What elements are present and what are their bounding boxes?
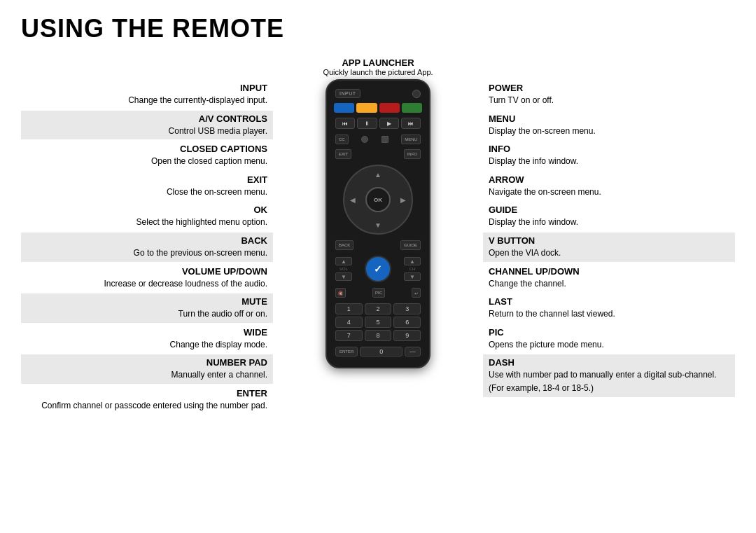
app-button-1[interactable] <box>334 103 354 113</box>
label-enter: ENTER Confirm channel or passcode entere… <box>21 385 273 415</box>
channel-down-button[interactable]: ▼ <box>404 272 421 281</box>
label-menu: MENU Display the on-screen menu. <box>483 111 735 140</box>
label-closed-captions: CLOSED CAPTIONS Open the closed caption … <box>21 141 273 170</box>
volume-cluster: ▲ VOL ▼ <box>335 257 352 281</box>
num-1[interactable]: 1 <box>335 303 363 314</box>
dpad-down[interactable]: ▼ <box>371 218 385 232</box>
label-info: INFO Display the info window. <box>483 141 735 170</box>
pic-button[interactable]: PIC <box>372 288 385 298</box>
num-8[interactable]: 8 <box>365 330 392 341</box>
back-button[interactable]: BACK <box>335 240 354 250</box>
num-4[interactable]: 4 <box>335 317 363 328</box>
enter-row: ENTER 0 — <box>332 346 424 357</box>
num-7[interactable]: 7 <box>335 330 363 341</box>
label-arrow: ARROW Navigate the on-screen menu. <box>483 172 735 201</box>
exit-row: EXIT INFO <box>332 148 424 160</box>
label-channel: CHANNEL UP/DOWN Change the channel. <box>483 263 735 293</box>
last-button[interactable]: ↩ <box>412 288 421 298</box>
num-0[interactable]: 0 <box>360 347 402 357</box>
vol-row: ▲ VOL ▼ ✓ ▲ CH ▼ <box>332 254 424 284</box>
label-number-pad: NUMBER PAD Manually enter a channel. <box>21 354 273 384</box>
channel-cluster: ▲ CH ▼ <box>404 257 421 281</box>
guide-button[interactable]: GUIDE <box>400 240 421 250</box>
remote-top-bar: INPUT <box>332 88 424 99</box>
label-back: BACK Go to the previous on-screen menu. <box>21 233 273 262</box>
label-pic: PIC Opens the picture mode menu. <box>483 324 735 354</box>
mute-row: 🔇 PIC ↩ <box>332 287 424 298</box>
volume-down-button[interactable]: ▼ <box>335 272 352 281</box>
fast-forward-button[interactable]: ⏭ <box>401 118 421 129</box>
num-2[interactable]: 2 <box>365 303 392 314</box>
num-5[interactable]: 5 <box>365 317 392 328</box>
ch-label: CH <box>404 267 421 271</box>
label-v-button: V BUTTON Open the VIA dock. <box>483 233 735 262</box>
input-button[interactable]: INPUT <box>335 89 360 98</box>
menu-button[interactable]: MENU <box>401 134 421 144</box>
remote-body: INPUT ⏮ ⏸ ▶ ⏭ CC MENU <box>326 79 430 368</box>
label-last: LAST Return to the channel last viewed. <box>483 293 735 323</box>
dpad: ▲ ▼ ◀ ▶ OK <box>343 165 413 235</box>
num-3[interactable]: 3 <box>393 303 421 314</box>
vol-label: VOL <box>335 267 352 271</box>
dpad-up[interactable]: ▲ <box>371 167 385 181</box>
back-row: BACK GUIDE <box>332 240 424 251</box>
stop-button[interactable] <box>382 136 388 143</box>
power-button[interactable] <box>412 90 421 98</box>
dpad-right[interactable]: ▶ <box>396 193 410 207</box>
cc-button[interactable]: CC <box>335 134 349 144</box>
label-input: INPUT Change the currently-displayed inp… <box>21 80 273 109</box>
num-6[interactable]: 6 <box>393 317 421 328</box>
ok-button[interactable]: OK <box>365 187 391 212</box>
v-button[interactable]: ✓ <box>365 256 391 282</box>
dpad-left[interactable]: ◀ <box>346 193 360 207</box>
app-launcher-label: APP LAUNCHER Quickly launch the pictured… <box>323 57 433 76</box>
center-column: APP LAUNCHER Quickly launch the pictured… <box>308 57 448 368</box>
media-controls-row: ⏮ ⏸ ▶ ⏭ <box>332 116 424 130</box>
info-button[interactable]: INFO <box>404 149 421 159</box>
number-pad: 1 2 3 4 5 6 7 8 9 <box>332 302 424 342</box>
num-9[interactable]: 9 <box>393 330 421 341</box>
rewind-button[interactable]: ⏮ <box>335 118 355 129</box>
main-layout: INPUT Change the currently-displayed inp… <box>21 57 735 416</box>
volume-up-button[interactable]: ▲ <box>335 257 352 265</box>
dash-button[interactable]: — <box>405 347 421 357</box>
app-button-3[interactable] <box>379 103 400 113</box>
app-button-2[interactable] <box>356 103 377 113</box>
app-launcher-row <box>332 103 424 113</box>
right-column: POWER Turn TV on or off. MENU Display th… <box>483 57 735 399</box>
dot-button[interactable] <box>361 136 368 143</box>
cc-row: CC MENU <box>332 134 424 145</box>
play-button[interactable]: ▶ <box>379 118 399 129</box>
pause-button[interactable]: ⏸ <box>357 118 377 129</box>
label-volume: VOLUME UP/DOWN Increase or decrease loud… <box>21 263 273 293</box>
label-dash: DASH Use with number pad to manually ent… <box>483 354 735 396</box>
label-mute: MUTE Turn the audio off or on. <box>21 293 273 323</box>
app-button-4[interactable] <box>402 103 422 113</box>
page-title: USING THE REMOTE <box>21 14 735 43</box>
enter-button[interactable]: ENTER <box>335 347 358 357</box>
label-power: POWER Turn TV on or off. <box>483 80 735 109</box>
label-av-controls: A/V CONTROLS Control USB media player. <box>21 111 273 140</box>
label-ok: OK Select the highlighted menu option. <box>21 202 273 231</box>
left-column: INPUT Change the currently-displayed inp… <box>21 57 273 416</box>
label-guide: GUIDE Display the info window. <box>483 202 735 231</box>
mute-button[interactable]: 🔇 <box>335 288 346 298</box>
label-wide: WIDE Change the display mode. <box>21 324 273 354</box>
label-exit: EXIT Close the on-screen menu. <box>21 172 273 201</box>
channel-up-button[interactable]: ▲ <box>404 257 421 265</box>
exit-button[interactable]: EXIT <box>335 149 351 159</box>
